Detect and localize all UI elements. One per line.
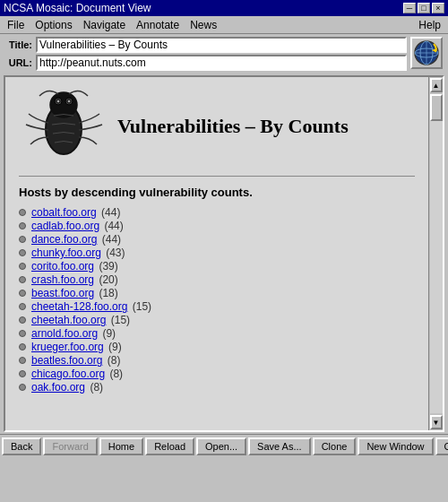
- title-bar-text: NCSA Mosaic: Document View: [4, 2, 151, 14]
- save-as----button[interactable]: Save As...: [248, 437, 311, 455]
- menu-bar: File Options Navigate Annotate News Help: [0, 16, 448, 34]
- close-window-button[interactable]: Close Window: [435, 437, 448, 455]
- host-count: (8): [104, 354, 120, 367]
- list-item: cadlab.foo.org (44): [19, 220, 415, 232]
- bullet-icon: [19, 316, 26, 324]
- bullet-icon: [19, 263, 26, 270]
- scroll-down-button[interactable]: ▼: [430, 415, 443, 429]
- scrollbar[interactable]: ▲ ▼: [428, 77, 443, 430]
- scroll-up-button[interactable]: ▲: [430, 78, 443, 92]
- bullet-icon: [19, 276, 26, 283]
- host-count: (44): [99, 206, 121, 219]
- home-button[interactable]: Home: [99, 437, 143, 455]
- host-count: (9): [99, 327, 116, 340]
- list-item: beast.foo.org (18): [19, 287, 415, 299]
- minimize-button[interactable]: ─: [403, 3, 416, 13]
- host-link[interactable]: cheetah.foo.org: [31, 314, 106, 326]
- main-content: Vulnerabilities – By Counts Hosts by des…: [5, 77, 428, 430]
- back-button[interactable]: Back: [2, 437, 41, 455]
- host-link[interactable]: beast.foo.org: [31, 287, 94, 299]
- host-link[interactable]: cadlab.foo.org: [31, 220, 99, 232]
- host-link[interactable]: corito.foo.org: [31, 260, 94, 273]
- globe-button[interactable]: [410, 37, 443, 69]
- close-button[interactable]: ×: [432, 3, 444, 13]
- host-link[interactable]: cheetah-128.foo.org: [31, 300, 127, 313]
- host-link[interactable]: chicago.foo.org: [31, 368, 105, 380]
- host-list: cobalt.foo.org (44) cadlab.foo.org (44) …: [19, 206, 415, 394]
- host-link[interactable]: chunky.foo.org: [31, 247, 101, 259]
- menu-options[interactable]: Options: [30, 18, 77, 32]
- list-item: crash.foo.org (20): [19, 273, 415, 286]
- scroll-track: [430, 94, 443, 413]
- host-count: (20): [96, 273, 118, 286]
- host-count: (44): [101, 220, 124, 232]
- forward-button[interactable]: Forward: [43, 437, 97, 455]
- bullet-icon: [19, 357, 26, 364]
- bullet-icon: [19, 290, 26, 297]
- svg-point-11: [67, 100, 71, 103]
- bullet-icon: [19, 303, 26, 310]
- list-item: cheetah.foo.org (15): [19, 314, 415, 326]
- url-label: URL:: [5, 57, 32, 68]
- reload-button[interactable]: Reload: [145, 437, 194, 455]
- page-header: Vulnerabilities – By Counts: [19, 86, 415, 167]
- title-input[interactable]: [36, 37, 407, 53]
- list-item: chunky.foo.org (43): [19, 247, 415, 259]
- open----button[interactable]: Open...: [196, 437, 246, 455]
- list-item: dance.foo.org (44): [19, 233, 415, 246]
- address-area: Title: URL:: [0, 34, 448, 75]
- page-title: Vulnerabilities – By Counts: [117, 115, 349, 138]
- host-count: (18): [96, 287, 118, 299]
- host-link[interactable]: cobalt.foo.org: [31, 206, 97, 219]
- bullet-icon: [19, 330, 26, 337]
- svg-point-7: [50, 92, 77, 117]
- host-count: (39): [96, 260, 118, 273]
- host-link[interactable]: krueger.foo.org: [31, 341, 104, 353]
- bullet-icon: [19, 370, 26, 377]
- list-item: cobalt.foo.org (44): [19, 206, 415, 219]
- host-count: (15): [129, 300, 151, 313]
- host-link[interactable]: dance.foo.org: [31, 233, 97, 246]
- host-link[interactable]: beatles.foo.org: [31, 354, 102, 367]
- page-subtitle: Hosts by descending vulnerability counts…: [19, 186, 415, 199]
- maximize-button[interactable]: □: [418, 3, 430, 13]
- list-item: cheetah-128.foo.org (15): [19, 300, 415, 313]
- bullet-icon: [19, 236, 26, 243]
- list-item: chicago.foo.org (8): [19, 368, 415, 380]
- menu-annotate[interactable]: Annotate: [131, 18, 185, 32]
- menu-navigate[interactable]: Navigate: [78, 18, 131, 32]
- host-count: (8): [87, 381, 103, 394]
- new-window-button[interactable]: New Window: [358, 437, 433, 455]
- bullet-icon: [19, 384, 26, 391]
- list-item: arnold.foo.org (9): [19, 327, 415, 340]
- window-controls: ─ □ ×: [403, 3, 444, 13]
- clone-button[interactable]: Clone: [313, 437, 357, 455]
- host-link[interactable]: oak.foo.org: [31, 381, 85, 394]
- divider: [19, 176, 415, 177]
- host-link[interactable]: crash.foo.org: [31, 273, 94, 286]
- title-bar: NCSA Mosaic: Document View ─ □ ×: [0, 0, 448, 16]
- host-count: (15): [108, 314, 130, 326]
- host-link[interactable]: arnold.foo.org: [31, 327, 98, 340]
- menu-file[interactable]: File: [2, 18, 30, 32]
- svg-point-10: [56, 100, 60, 103]
- bullet-icon: [19, 222, 26, 229]
- menu-help[interactable]: Help: [413, 18, 446, 32]
- scroll-thumb[interactable]: [430, 94, 443, 121]
- list-item: krueger.foo.org (9): [19, 341, 415, 353]
- url-input[interactable]: [36, 55, 407, 71]
- bug-image: [19, 86, 108, 167]
- host-count: (43): [103, 247, 125, 259]
- host-count: (9): [106, 341, 122, 353]
- bullet-icon: [19, 249, 26, 256]
- bullet-icon: [19, 209, 26, 216]
- menu-news[interactable]: News: [185, 18, 222, 32]
- host-count: (8): [107, 368, 123, 380]
- bullet-icon: [19, 343, 26, 351]
- title-label: Title:: [5, 39, 32, 50]
- host-count: (44): [99, 233, 121, 246]
- toolbar: BackForwardHomeReloadOpen...Save As...Cl…: [0, 434, 448, 457]
- list-item: corito.foo.org (39): [19, 260, 415, 273]
- list-item: beatles.foo.org (8): [19, 354, 415, 367]
- content-wrapper: Vulnerabilities – By Counts Hosts by des…: [4, 75, 444, 432]
